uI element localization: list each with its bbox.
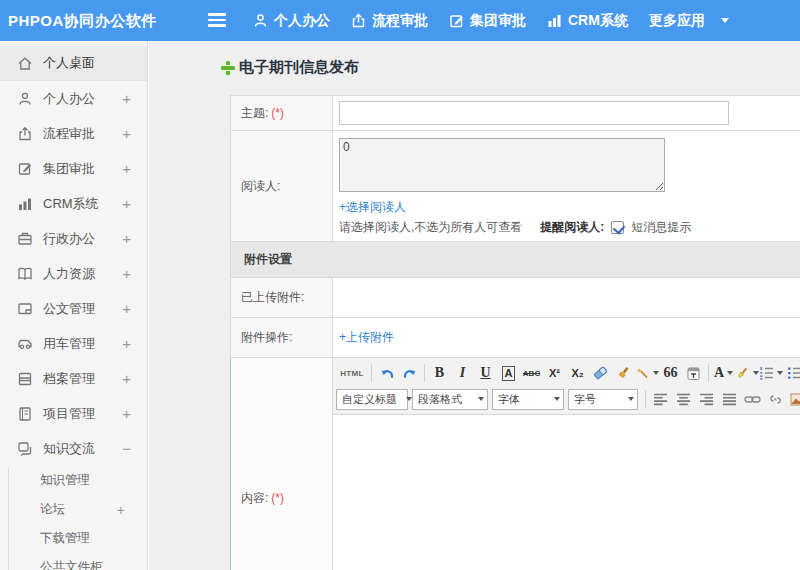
car-icon — [17, 336, 33, 351]
attachment-action-row: 附件操作: +上传附件 — [231, 318, 800, 358]
nav-group-approval[interactable]: 集团审批 — [449, 12, 526, 30]
strikethrough-icon[interactable]: ABC — [520, 362, 543, 384]
collapse-minus[interactable]: − — [122, 440, 131, 457]
app-title: PHPOA协同办公软件 — [8, 0, 157, 41]
align-justify-icon[interactable] — [718, 388, 741, 410]
font-size-select[interactable]: 字号 — [568, 389, 638, 410]
publish-form-table: 主题:(*) 阅读人: 0 +选择阅读人 请选择阅读人,不选为所有人可查看 提醒… — [230, 95, 800, 570]
sidebar-subitem-public-file-cabinet[interactable]: 公共文件柜 — [0, 553, 147, 570]
html-source-button[interactable]: HTML — [336, 362, 368, 384]
sidebar-item-hr[interactable]: 人力资源 + — [0, 256, 147, 291]
align-right-icon[interactable] — [695, 388, 718, 410]
readers-row: 阅读人: 0 +选择阅读人 请选择阅读人,不选为所有人可查看 提醒阅读人: 短消… — [231, 131, 800, 242]
paste-text-icon[interactable] — [682, 362, 705, 384]
more-apps-dropdown[interactable] — [721, 18, 729, 23]
nav-personal-office[interactable]: 个人办公 — [253, 12, 330, 30]
sidebar-item-workflow-approval[interactable]: 流程审批 + — [0, 116, 147, 151]
expand-plus[interactable]: + — [122, 370, 131, 387]
content-label: 内容:(*) — [231, 358, 333, 570]
redo-icon[interactable] — [398, 362, 421, 384]
unordered-list-icon[interactable] — [783, 362, 800, 384]
attachment-action-label: 附件操作: — [231, 318, 333, 358]
briefcase-icon — [17, 231, 33, 246]
expand-plus[interactable]: + — [122, 90, 131, 107]
paragraph-format-select[interactable]: 段落格式 — [412, 389, 488, 410]
sidebar-subitem-knowledge-mgmt[interactable]: 知识管理 — [0, 466, 147, 495]
workflow-icon — [17, 126, 33, 141]
nav-workflow-approval[interactable]: 流程审批 — [351, 12, 428, 30]
sidebar-item-personal-office[interactable]: 个人办公 + — [0, 81, 147, 116]
superscript-icon[interactable]: X² — [543, 362, 566, 384]
sidebar-item-desktop[interactable]: 个人桌面 — [0, 46, 147, 81]
edit-icon — [17, 161, 33, 176]
expand-plus[interactable]: + — [122, 125, 131, 142]
sidebar: 个人桌面 个人办公 + 流程审批 + 集团审批 + CRM系统 + 行政办公 +… — [0, 41, 148, 570]
caret-down-icon — [721, 18, 729, 23]
remove-link-icon[interactable] — [764, 388, 787, 410]
sidebar-item-archive-mgmt[interactable]: 档案管理 + — [0, 361, 147, 396]
sidebar-item-document-mgmt[interactable]: 公文管理 + — [0, 291, 147, 326]
italic-icon[interactable]: I — [451, 362, 474, 384]
undo-icon[interactable] — [375, 362, 398, 384]
content-row: 内容:(*) HTML B I U A ABC — [231, 358, 800, 570]
subscript-icon[interactable]: X₂ — [566, 362, 589, 384]
insert-link-icon[interactable] — [741, 388, 764, 410]
expand-plus[interactable]: + — [122, 335, 131, 352]
select-readers-link[interactable]: +选择阅读人 — [339, 200, 406, 214]
sidebar-item-project-mgmt[interactable]: 项目管理 + — [0, 396, 147, 431]
highlight-color-icon[interactable] — [735, 362, 759, 384]
notebook-icon — [17, 406, 33, 421]
workflow-icon — [351, 13, 366, 28]
subject-row: 主题:(*) — [231, 96, 800, 131]
magic-format-icon[interactable] — [635, 362, 659, 384]
hamburger-menu-icon[interactable] — [208, 13, 226, 27]
sidebar-item-admin-office[interactable]: 行政办公 + — [0, 221, 147, 256]
add-plus-icon — [221, 61, 235, 75]
font-color-icon[interactable]: A — [712, 362, 735, 384]
sidebar-subitem-forum[interactable]: 论坛 + — [0, 495, 147, 524]
top-navigation: 个人办公 流程审批 集团审批 CRM系统 更多应用 — [253, 0, 729, 41]
sms-notify-label: 短消息提示 — [631, 219, 691, 236]
sidebar-item-vehicle-mgmt[interactable]: 用车管理 + — [0, 326, 147, 361]
eraser-icon[interactable] — [589, 362, 612, 384]
editor-content-area[interactable] — [333, 415, 800, 570]
attachment-section-header: 附件设置 — [231, 242, 800, 278]
nav-more-apps[interactable]: 更多应用 — [649, 12, 705, 30]
required-mark: (*) — [271, 491, 284, 505]
upload-attachment-link[interactable]: +上传附件 — [339, 330, 394, 344]
sidebar-item-knowledge-exchange[interactable]: 知识交流 − — [0, 431, 147, 466]
font-family-select[interactable]: 字体 — [492, 389, 564, 410]
insert-image-icon[interactable] — [787, 388, 800, 410]
expand-plus[interactable]: + — [122, 195, 131, 212]
sidebar-subitem-download-mgmt[interactable]: 下载管理 — [0, 524, 147, 553]
bold-icon[interactable]: B — [428, 362, 451, 384]
sidebar-item-crm[interactable]: CRM系统 + — [0, 186, 147, 221]
align-center-icon[interactable] — [672, 388, 695, 410]
user-icon — [17, 91, 33, 106]
caret-down-icon — [628, 397, 634, 401]
heading-select[interactable]: 自定义标题 — [336, 389, 408, 410]
top-header: PHPOA协同办公软件 个人办公 流程审批 集团审批 CRM系统 更多应用 — [0, 0, 800, 41]
remove-format-icon[interactable]: A — [497, 362, 520, 384]
blockquote-icon[interactable]: 66 — [659, 362, 682, 384]
expand-plus[interactable]: + — [122, 230, 131, 247]
expand-plus[interactable]: + — [122, 300, 131, 317]
expand-plus[interactable]: + — [122, 405, 131, 422]
bar-chart-icon — [547, 13, 562, 28]
format-painter-icon[interactable] — [612, 362, 635, 384]
book-icon — [17, 266, 33, 281]
expand-plus[interactable]: + — [122, 160, 131, 177]
align-left-icon[interactable] — [649, 388, 672, 410]
sms-notify-checkbox[interactable] — [611, 221, 624, 234]
subject-input[interactable] — [339, 101, 729, 125]
nav-crm-system[interactable]: CRM系统 — [547, 12, 628, 30]
caret-down-icon — [478, 397, 484, 401]
readers-hint: 请选择阅读人,不选为所有人可查看 提醒阅读人: 短消息提示 — [339, 219, 800, 236]
expand-plus[interactable]: + — [117, 502, 125, 518]
sidebar-item-group-approval[interactable]: 集团审批 + — [0, 151, 147, 186]
expand-plus[interactable]: + — [122, 265, 131, 282]
main-content: 电子期刊信息发布 主题:(*) 阅读人: 0 +选择阅读人 请选择阅 — [149, 41, 800, 570]
readers-textarea[interactable]: 0 — [339, 138, 665, 192]
underline-icon[interactable]: U — [474, 362, 497, 384]
ordered-list-icon[interactable] — [759, 362, 783, 384]
